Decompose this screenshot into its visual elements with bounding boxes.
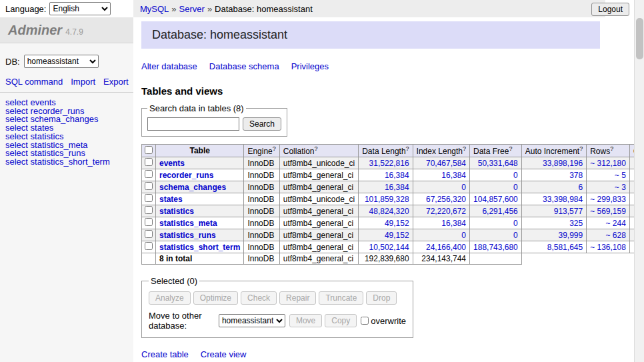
rows-link[interactable]: ~ 569,159 bbox=[590, 207, 626, 216]
breadcrumb-server-link[interactable]: Server bbox=[179, 4, 205, 14]
action-privileges[interactable]: Privileges bbox=[291, 61, 329, 71]
row-checkbox[interactable] bbox=[145, 218, 153, 226]
sidebar-select-statistics-short-term[interactable]: select statistics_short_term bbox=[5, 158, 128, 167]
index-length-link[interactable]: 67,256,320 bbox=[426, 195, 466, 204]
data-free-link[interactable]: 188,743,680 bbox=[473, 243, 518, 252]
auto-increment-link[interactable]: 6 bbox=[578, 183, 583, 192]
index-length-link[interactable]: 16,384 bbox=[441, 219, 466, 228]
data-length-link[interactable]: 16,384 bbox=[385, 171, 409, 180]
auto-increment-link[interactable]: 913,577 bbox=[554, 207, 583, 216]
select-all-checkbox[interactable] bbox=[145, 146, 153, 154]
check-button[interactable]: Check bbox=[241, 291, 277, 305]
rows-link[interactable]: ~ 312,180 bbox=[590, 159, 626, 168]
rows-link[interactable]: ~ 5 bbox=[615, 171, 626, 180]
scrollbar-thumb[interactable] bbox=[636, 18, 643, 59]
tables-list: TableEngine?Collation?Data Length?Index … bbox=[141, 144, 634, 265]
table-link-statistics-short-term[interactable]: statistics_short_term bbox=[159, 243, 240, 252]
optimize-button[interactable]: Optimize bbox=[193, 291, 238, 305]
language-label: Language: bbox=[5, 4, 46, 14]
data-length-link[interactable]: 48,824,320 bbox=[369, 207, 409, 216]
help-link[interactable]: ? bbox=[463, 145, 466, 152]
table-link-schema-changes[interactable]: schema_changes bbox=[159, 183, 226, 192]
index-length-link[interactable]: 72,220,672 bbox=[426, 207, 466, 216]
row-checkbox[interactable] bbox=[145, 194, 153, 202]
table-link-statistics[interactable]: statistics bbox=[159, 207, 194, 216]
auto-increment-link[interactable]: 33,898,196 bbox=[543, 159, 583, 168]
db-select[interactable]: homeassistant bbox=[24, 55, 99, 68]
help-link[interactable]: ? bbox=[509, 145, 512, 152]
table-link-statistics-meta[interactable]: statistics_meta bbox=[159, 219, 217, 228]
data-length-link[interactable]: 49,152 bbox=[385, 219, 409, 228]
rows-link[interactable]: ~ 299,833 bbox=[590, 195, 626, 204]
row-checkbox[interactable] bbox=[145, 206, 153, 214]
table-link-events[interactable]: events bbox=[159, 159, 185, 168]
overwrite-checkbox[interactable] bbox=[361, 317, 369, 325]
row-checkbox[interactable] bbox=[145, 170, 153, 178]
row-checkbox[interactable] bbox=[145, 230, 153, 238]
rows-link[interactable]: ~ 244 bbox=[606, 219, 626, 228]
index-length-link[interactable]: 0 bbox=[461, 183, 466, 192]
data-free-link[interactable]: 50,331,648 bbox=[478, 159, 518, 168]
truncate-button[interactable]: Truncate bbox=[319, 291, 363, 305]
data-free-link[interactable]: 0 bbox=[513, 219, 518, 228]
action-database-schema[interactable]: Database schema bbox=[209, 61, 279, 71]
language-select[interactable]: English bbox=[49, 2, 111, 15]
row-checkbox[interactable] bbox=[145, 158, 153, 166]
row-checkbox[interactable] bbox=[145, 182, 153, 190]
app-logo[interactable]: Adminer bbox=[8, 23, 62, 37]
auto-increment-link[interactable]: 378 bbox=[569, 171, 583, 180]
sidebar-link-export[interactable]: Export bbox=[103, 77, 129, 87]
search-button[interactable]: Search bbox=[243, 117, 281, 131]
breadcrumb-mysql-link[interactable]: MySQL bbox=[140, 4, 169, 14]
data-free-link[interactable]: 0 bbox=[513, 171, 518, 180]
auto-increment-link[interactable]: 8,581,645 bbox=[547, 243, 583, 252]
data-length-link[interactable]: 49,152 bbox=[385, 231, 409, 240]
data-free-link[interactable]: 0 bbox=[513, 183, 518, 192]
rows-link[interactable]: ~ 628 bbox=[606, 231, 626, 240]
auto-increment-link[interactable]: 39,999 bbox=[558, 231, 583, 240]
table-link-statistics-runs[interactable]: statistics_runs bbox=[159, 231, 216, 240]
data-free-link[interactable]: 0 bbox=[513, 231, 518, 240]
index-length-link[interactable]: 24,166,400 bbox=[426, 243, 466, 252]
row-checkbox[interactable] bbox=[145, 242, 153, 250]
search-input[interactable] bbox=[147, 117, 239, 131]
index-length-link[interactable]: 70,467,584 bbox=[426, 159, 466, 168]
analyze-button[interactable]: Analyze bbox=[149, 291, 191, 305]
sidebar-link-import[interactable]: Import bbox=[71, 77, 95, 87]
logout-button[interactable]: Logout bbox=[591, 3, 629, 16]
data-free-link[interactable]: 6,291,456 bbox=[482, 207, 517, 216]
help-link[interactable]: ? bbox=[406, 145, 409, 152]
rows-link[interactable]: ~ 136,108 bbox=[590, 243, 626, 252]
help-link[interactable]: ? bbox=[273, 145, 276, 152]
total-engine: InnoDB bbox=[244, 253, 279, 265]
vertical-scrollbar[interactable] bbox=[634, 0, 644, 362]
table-link-recorder-runs[interactable]: recorder_runs bbox=[159, 171, 213, 180]
overwrite-label[interactable]: overwrite bbox=[371, 316, 406, 326]
index-length-link[interactable]: 0 bbox=[461, 231, 466, 240]
engine-cell: InnoDB bbox=[244, 229, 279, 241]
help-link[interactable]: ? bbox=[579, 145, 583, 152]
drop-button[interactable]: Drop bbox=[366, 291, 397, 305]
data-length-link[interactable]: 16,384 bbox=[385, 183, 409, 192]
tables-heading: Tables and views bbox=[141, 85, 634, 97]
repair-button[interactable]: Repair bbox=[279, 291, 316, 305]
help-link[interactable]: ? bbox=[314, 145, 317, 152]
table-link-states[interactable]: states bbox=[159, 195, 183, 204]
sidebar-link-sql-command[interactable]: SQL command bbox=[5, 77, 63, 87]
rows-link[interactable]: ~ 3 bbox=[615, 183, 626, 192]
data-length-link[interactable]: 10,502,144 bbox=[369, 243, 409, 252]
data-free-link[interactable]: 104,857,600 bbox=[473, 195, 518, 204]
data-length-link[interactable]: 31,522,816 bbox=[369, 159, 409, 168]
copy-button[interactable]: Copy bbox=[325, 314, 357, 327]
move-button[interactable]: Move bbox=[289, 314, 322, 327]
link-create-table[interactable]: Create table bbox=[141, 349, 189, 359]
move-db-select[interactable]: homeassistant bbox=[219, 314, 285, 327]
index-length-link[interactable]: 16,384 bbox=[441, 171, 466, 180]
action-alter-database[interactable]: Alter database bbox=[141, 61, 197, 71]
data-length-link[interactable]: 101,859,328 bbox=[365, 195, 409, 204]
help-link[interactable]: ? bbox=[610, 145, 613, 152]
link-create-view[interactable]: Create view bbox=[201, 349, 247, 359]
auto-increment-link[interactable]: 33,398,984 bbox=[543, 195, 583, 204]
auto-increment-link[interactable]: 325 bbox=[569, 219, 583, 228]
comment-cell bbox=[629, 205, 634, 217]
